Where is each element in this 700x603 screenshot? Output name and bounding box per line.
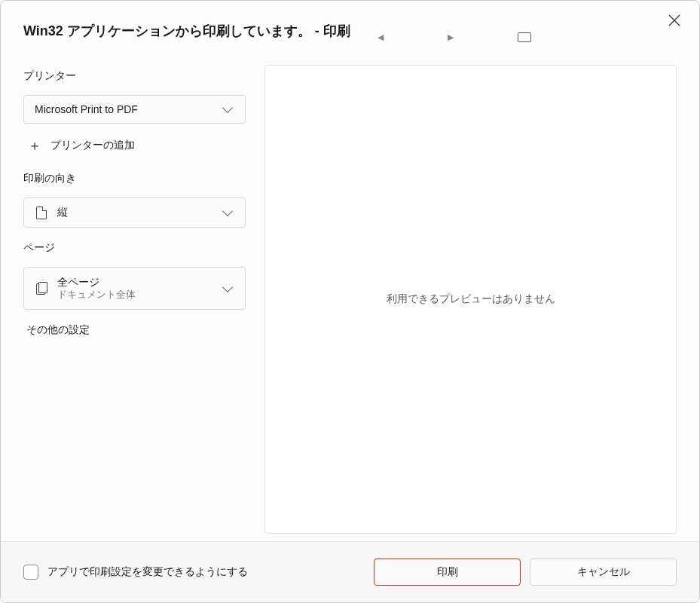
close-button[interactable] — [668, 14, 680, 26]
preview-empty-message: 利用できるプレビューはありません — [387, 292, 555, 306]
portrait-icon — [35, 207, 48, 219]
prev-page-icon[interactable]: ◀ — [378, 32, 384, 42]
cancel-button[interactable]: キャンセル — [530, 559, 677, 586]
orientation-selected-value: 縦 — [57, 206, 215, 219]
pages-selected-subtitle: ドキュメント全体 — [57, 289, 136, 302]
printer-selected-value: Microsoft Print to PDF — [35, 103, 215, 115]
pages-select[interactable]: 全ページ ドキュメント全体 — [23, 267, 246, 310]
orientation-select[interactable]: 縦 — [23, 197, 246, 228]
fit-page-icon[interactable] — [518, 32, 531, 42]
chevron-down-icon — [222, 206, 233, 216]
printer-select[interactable]: Microsoft Print to PDF — [23, 95, 246, 124]
printer-section-label: プリンター — [23, 69, 246, 83]
pages-selected-value: 全ページ — [57, 275, 136, 289]
print-button[interactable]: 印刷 — [374, 559, 521, 586]
dialog-title: Win32 アプリケーションから印刷しています。 - 印刷 — [23, 22, 350, 40]
orientation-section-label: 印刷の向き — [23, 172, 246, 185]
plus-icon: ＋ — [28, 139, 40, 152]
pages-icon — [35, 282, 48, 295]
chevron-down-icon — [222, 103, 233, 113]
preview-pane: 利用できるプレビューはありません — [264, 65, 677, 534]
pages-section-label: ページ — [23, 241, 246, 255]
add-printer-button[interactable]: ＋ プリンターの追加 — [23, 133, 246, 158]
chevron-down-icon — [222, 281, 233, 292]
add-printer-label: プリンターの追加 — [50, 139, 135, 152]
next-page-icon[interactable]: ▶ — [448, 32, 454, 42]
more-settings-link[interactable]: その他の設定 — [23, 319, 246, 341]
allow-app-change-checkbox[interactable] — [23, 565, 38, 580]
allow-app-change-label: アプリで印刷設定を変更できるようにする — [47, 565, 365, 579]
